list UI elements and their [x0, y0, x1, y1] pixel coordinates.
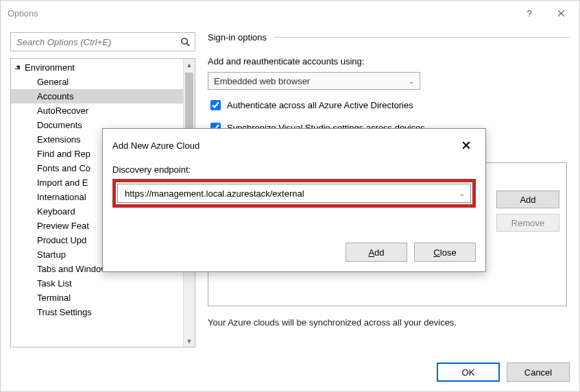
sync-note: Your Azure clouds will be synchronized a… [208, 317, 567, 328]
section-signin: Sign-in options [208, 32, 570, 42]
discovery-endpoint-input[interactable] [123, 188, 459, 199]
ok-button[interactable]: OK [437, 363, 500, 382]
discovery-endpoint-field[interactable]: ⌄ [117, 184, 471, 203]
add-azure-cloud-dialog: Add New Azure Cloud Discovery endpoint: … [102, 128, 486, 272]
scroll-up-icon[interactable]: ▲ [184, 59, 195, 71]
tree-item-autorecover[interactable]: AutoRecover [11, 103, 195, 118]
check-authenticate-all-box[interactable] [210, 100, 221, 110]
add-accounts-label: Add and reauthenticate accounts using: [208, 56, 570, 66]
scroll-down-icon[interactable]: ▼ [184, 335, 195, 347]
dialog-close-rest: lose [440, 247, 457, 258]
search-options-field[interactable] [10, 32, 195, 51]
dialog-add-button[interactable]: Add [346, 243, 407, 262]
add-cloud-button[interactable]: Add [496, 191, 559, 208]
tree-parent-environment[interactable]: Environment [11, 60, 195, 75]
close-window-button[interactable] [545, 2, 577, 24]
collapse-icon [14, 64, 22, 72]
tree-item-terminal[interactable]: Terminal [11, 291, 195, 305]
tree-item-tasklist[interactable]: Task List [11, 276, 195, 291]
discovery-endpoint-label: Discovery endpoint: [112, 164, 476, 175]
help-button[interactable]: ? [513, 2, 545, 24]
search-input[interactable] [15, 36, 180, 48]
check-authenticate-all-label: Authenticate across all Azure Active Dir… [227, 100, 413, 110]
dialog-add-rest: dd [374, 247, 384, 258]
check-authenticate-all[interactable]: Authenticate across all Azure Active Dir… [208, 98, 570, 112]
svg-point-0 [182, 38, 187, 43]
dialog-close-btn[interactable]: Close [414, 243, 476, 262]
tree-item-trust[interactable]: Trust Settings [11, 305, 195, 319]
tree-parent-label: Environment [25, 62, 75, 73]
tree-item-general[interactable]: General [11, 75, 195, 89]
section-rule [274, 37, 570, 38]
chevron-down-icon: ⌄ [459, 190, 465, 197]
dialog-close-button[interactable] [457, 137, 476, 154]
tree-item-accounts[interactable]: Accounts [11, 89, 195, 103]
window-title: Options [8, 8, 513, 19]
close-icon [462, 141, 470, 149]
dialog-title: Add New Azure Cloud [112, 140, 457, 151]
close-icon [557, 10, 565, 17]
account-mode-value: Embedded web browser [214, 76, 310, 86]
section-title: Sign-in options [208, 32, 267, 42]
remove-cloud-button[interactable]: Remove [496, 214, 559, 232]
account-mode-combo[interactable]: Embedded web browser ⌄ [208, 72, 420, 90]
cancel-button[interactable]: Cancel [507, 363, 570, 382]
search-icon [180, 37, 191, 47]
discovery-endpoint-highlight: ⌄ [112, 179, 476, 208]
window-titlebar: Options ? [1, 1, 579, 25]
chevron-down-icon: ⌄ [409, 77, 414, 85]
